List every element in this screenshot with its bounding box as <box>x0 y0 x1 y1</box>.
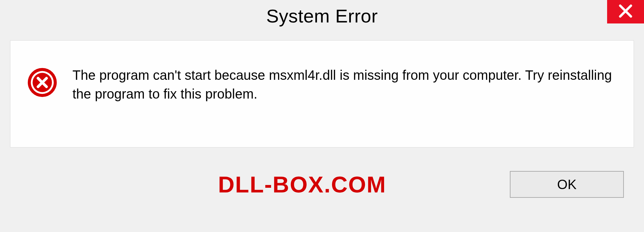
ok-button[interactable]: OK <box>510 171 624 198</box>
error-icon <box>27 67 57 98</box>
title-bar: System Error <box>0 0 644 34</box>
close-icon <box>618 4 633 20</box>
message-panel: The program can't start because msxml4r.… <box>10 40 634 148</box>
error-message: The program can't start because msxml4r.… <box>72 64 617 103</box>
close-button[interactable] <box>607 0 644 23</box>
dialog-footer: DLL-BOX.COM OK <box>10 148 634 221</box>
dialog-title: System Error <box>266 5 378 27</box>
watermark-text: DLL-BOX.COM <box>218 171 386 197</box>
